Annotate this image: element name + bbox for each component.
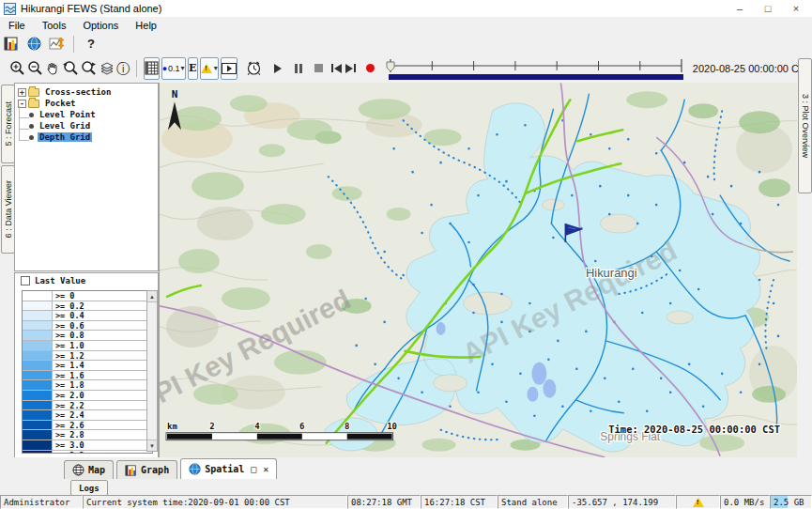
legend-swatch <box>23 311 53 320</box>
logs-button[interactable]: Logs <box>70 480 108 496</box>
menu-tools[interactable]: Tools <box>34 20 75 31</box>
tab-spatial[interactable]: Spatial □ ✕ <box>180 458 277 479</box>
legend-swatch <box>23 371 53 380</box>
skip-to-start-button[interactable] <box>330 58 343 79</box>
play-button[interactable] <box>272 58 284 79</box>
tab-graph[interactable]: Graph <box>116 460 177 479</box>
legend-swatch <box>23 361 53 370</box>
pan-hand-icon <box>45 61 60 76</box>
zoom-out-button[interactable] <box>27 58 43 79</box>
tab-map[interactable]: Map <box>64 460 114 479</box>
svg-text:8: 8 <box>345 422 349 431</box>
legend-panel: Last Value >= 0 >= 0.2 >= 0.4 >= 0.6 >= … <box>14 272 159 459</box>
svg-text:2: 2 <box>209 422 214 431</box>
legend-swatch <box>23 451 53 455</box>
expand-icon[interactable]: + <box>18 88 26 97</box>
menu-file[interactable]: File <box>0 20 34 31</box>
tree-item-level-grid[interactable]: Level Grid <box>15 120 158 131</box>
globe-icon <box>189 463 201 475</box>
legend-swatch <box>23 380 53 390</box>
maximize-button[interactable]: □ <box>754 0 782 16</box>
scroll-down-icon[interactable]: ▼ <box>147 440 157 451</box>
legend-row: >= 3.0 <box>23 440 152 451</box>
pan-button[interactable] <box>45 58 60 79</box>
tree-item-depth-grid[interactable]: Depth Grid <box>15 131 158 143</box>
movie-play-icon <box>222 63 237 74</box>
pause-button[interactable] <box>292 58 304 79</box>
toolbar-separator <box>73 36 74 53</box>
zoom-in-icon <box>9 60 25 76</box>
folder-icon <box>28 88 39 97</box>
spatial-display-button[interactable] <box>23 34 44 54</box>
toolbar-separator <box>136 60 137 77</box>
menu-help[interactable]: Help <box>127 20 165 31</box>
zoom-previous-button[interactable] <box>62 58 79 79</box>
stop-button[interactable] <box>313 58 325 79</box>
thresholds-dropdown[interactable]: ▾ <box>200 57 219 80</box>
zoom-next-button[interactable] <box>81 58 98 79</box>
stop-icon <box>314 64 323 72</box>
bar-chart-icon <box>125 465 137 476</box>
chevron-down-icon: ▾ <box>181 64 185 72</box>
zoom-in-button[interactable] <box>9 58 25 79</box>
status-mode: Stand alone <box>498 495 568 509</box>
legend-row: >= 1.8 <box>23 380 152 391</box>
record-button[interactable] <box>364 58 376 79</box>
tab-data-viewer[interactable]: 6 : Data Viewer <box>1 165 15 254</box>
legend-row: >= 0.4 <box>23 311 152 321</box>
legend-toggle-button[interactable]: E <box>188 57 198 80</box>
grid-display-button[interactable] <box>144 57 160 80</box>
close-button[interactable]: × <box>782 0 810 16</box>
close-tab-icon[interactable]: ✕ <box>263 464 268 474</box>
layers-button[interactable] <box>100 58 115 79</box>
minimize-button[interactable]: – <box>726 0 754 16</box>
zoom-out-icon <box>27 60 43 76</box>
status-coordinates: -35.657 , 174.199 <box>568 495 676 509</box>
time-slider[interactable] <box>385 56 687 81</box>
animation-export-button[interactable] <box>221 57 237 80</box>
globe-icon <box>27 37 41 51</box>
left-tab-strip: 5 : Forecast 6 : Data Viewer <box>0 83 14 457</box>
chevron-down-icon: ▾ <box>214 64 218 72</box>
tree-item-cross-section[interactable]: + Cross-section <box>15 86 158 98</box>
tree-item-pocket[interactable]: - Pocket <box>15 98 158 109</box>
info-button[interactable]: ⓘ <box>116 58 130 79</box>
legend-swatch <box>23 391 53 400</box>
legend-swatch <box>23 401 53 410</box>
menu-options[interactable]: Options <box>74 20 127 31</box>
legend-row: >= 1.4 <box>23 361 152 371</box>
reports-button[interactable] <box>1 34 22 54</box>
folder-icon <box>28 100 39 108</box>
skip-to-end-button[interactable] <box>345 58 357 79</box>
legend-row: >= 1.6 <box>23 371 152 381</box>
tree-item-level-point[interactable]: Level Point <box>15 109 158 120</box>
menu-bar: File Tools Options Help <box>0 17 812 35</box>
map-view[interactable]: API Key Required API Key Required Hikura… <box>159 83 797 457</box>
help-button[interactable]: ? <box>81 34 101 54</box>
animation-timer-button[interactable] <box>246 58 262 79</box>
scroll-up-icon[interactable]: ▲ <box>147 291 157 302</box>
bullet-icon <box>29 124 34 129</box>
status-system-time: Current system time:2020-09-01 00:00 CST <box>83 495 347 509</box>
maximize-tab-icon[interactable]: □ <box>251 464 256 474</box>
legend-swatch <box>23 351 53 361</box>
workspace: 5 : Forecast 6 : Data Viewer + Cross-sec… <box>0 83 812 457</box>
last-value-label: Last Value <box>35 276 85 285</box>
zoom-previous-icon <box>62 60 79 76</box>
class-interval-dropdown[interactable]: ●0.1▾ <box>161 57 186 80</box>
app-logo-icon <box>4 3 16 15</box>
timeseries-button[interactable] <box>46 34 67 54</box>
tab-plot-overview[interactable]: 3 : Plot Overview <box>798 58 812 193</box>
last-value-checkbox[interactable] <box>21 276 30 285</box>
svg-text:10: 10 <box>387 422 397 431</box>
legend-scrollbar[interactable]: ▲ ▼ <box>146 290 158 452</box>
logs-row: Logs <box>0 479 812 495</box>
legend-row: >= 2.6 <box>23 421 152 431</box>
grid-icon <box>145 61 159 75</box>
skip-end-icon <box>345 64 356 73</box>
tab-forecast[interactable]: 5 : Forecast <box>1 85 15 163</box>
legend-swatch <box>23 440 53 450</box>
status-warning[interactable] <box>676 495 720 509</box>
time-slider-track <box>385 56 687 81</box>
title-bar: Hikurangi FEWS (Stand alone) – □ × <box>0 0 812 18</box>
